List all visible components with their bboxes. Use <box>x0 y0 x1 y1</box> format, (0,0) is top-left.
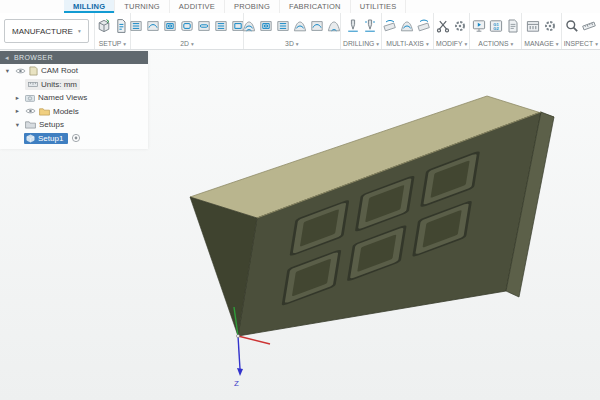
origin-point <box>236 334 239 337</box>
group-label-inspect[interactable]: INSPECT▾ <box>565 38 597 49</box>
chevron-down-icon: ▾ <box>78 28 81 34</box>
chevron-down-icon: ▾ <box>296 41 299 47</box>
named-views-icon <box>25 94 35 102</box>
flow-icon[interactable] <box>416 18 432 34</box>
tree-item-setups[interactable]: ▾ Setups <box>0 118 148 132</box>
toolbar-group-inspect: INSPECT▾ <box>561 13 600 49</box>
drill-icon[interactable] <box>345 18 361 34</box>
edit-toolpath-icon[interactable] <box>452 18 468 34</box>
3d-contour-icon[interactable] <box>292 18 308 34</box>
tree-item-models[interactable]: ▸ Models <box>0 105 148 119</box>
group-label-drilling[interactable]: DRILLING▾ <box>344 38 378 49</box>
browser-panel: ◂ BROWSER ▾ CAM Root Units: mm ▸ Named V… <box>0 51 148 149</box>
expander-icon[interactable]: ▾ <box>3 67 12 75</box>
setup-icon <box>26 134 35 143</box>
z-axis-arrow <box>237 368 243 376</box>
bore-icon[interactable] <box>362 18 378 34</box>
chevron-down-icon: ▾ <box>595 41 598 47</box>
measure-icon[interactable] <box>564 18 580 34</box>
toolbar-group-manage: MANAGE▾ <box>521 13 560 49</box>
group-label-multi-axis[interactable]: MULTI-AXIS▾ <box>385 38 430 49</box>
tab-milling[interactable]: MILLING <box>64 0 115 13</box>
multi-axis-contour-icon[interactable] <box>399 18 415 34</box>
toolbar: MANUFACTURE ▾ SETUP▾ 2D▾ <box>0 13 600 50</box>
toolbar-group-multi-axis: MULTI-AXIS▾ <box>381 13 433 49</box>
top-bar: MILLING TURNING ADDITIVE PROBING FABRICA… <box>0 0 600 50</box>
3d-parallel-icon[interactable] <box>275 18 291 34</box>
chevron-down-icon: ▾ <box>123 41 126 47</box>
3d-adaptive-icon[interactable] <box>241 18 257 34</box>
2d-face-icon[interactable] <box>128 18 144 34</box>
group-label-setup[interactable]: SETUP▾ <box>98 38 128 49</box>
chevron-down-icon: ▾ <box>426 41 429 47</box>
setup1-selected-chip[interactable]: Setup1 <box>24 133 68 145</box>
2d-adaptive-icon[interactable] <box>145 18 161 34</box>
toolbar-group-setup: SETUP▾ <box>94 13 131 49</box>
visibility-eye-icon[interactable] <box>15 67 26 75</box>
tree-item-setup1[interactable]: Setup1 <box>0 132 148 146</box>
tab-additive[interactable]: ADDITIVE <box>170 0 225 13</box>
workspace-switcher-label: MANUFACTURE <box>12 27 73 36</box>
group-label-text: DRILLING <box>343 40 374 47</box>
setups-folder-icon <box>25 120 36 129</box>
2d-slot-icon[interactable] <box>196 18 212 34</box>
expander-icon[interactable]: ▾ <box>13 121 22 129</box>
chevron-down-icon: ▾ <box>511 41 514 47</box>
tab-fabrication[interactable]: FABRICATION <box>280 0 351 13</box>
tree-item-label: Models <box>53 107 79 116</box>
tab-probing[interactable]: PROBING <box>225 0 280 13</box>
2d-contour-icon[interactable] <box>179 18 195 34</box>
post-process-icon[interactable]: G1G2 <box>488 18 504 34</box>
activate-setup-icon[interactable] <box>71 133 81 143</box>
nc-program-icon[interactable] <box>113 18 129 34</box>
group-label-modify[interactable]: MODIFY▾ <box>437 38 467 49</box>
group-label-text: MODIFY <box>436 40 462 47</box>
tab-utilities[interactable]: UTILITIES <box>351 0 407 13</box>
tool-library-icon[interactable] <box>525 18 541 34</box>
group-label-actions[interactable]: ACTIONS▾ <box>473 38 518 49</box>
group-label-3d[interactable]: 3D▾ <box>247 38 337 49</box>
expander-icon[interactable]: ▸ <box>13 94 22 102</box>
toolbar-group-3d: 3D▾ <box>243 13 340 49</box>
toolbar-group-2d: 2D▾ <box>130 13 243 49</box>
task-manager-icon[interactable] <box>542 18 558 34</box>
setup-sheet-icon[interactable] <box>505 18 521 34</box>
workspace-switcher-button[interactable]: MANUFACTURE ▾ <box>4 19 89 43</box>
group-label-2d[interactable]: 2D▾ <box>134 38 240 49</box>
group-label-text: 2D <box>180 40 189 47</box>
section-analysis-icon[interactable] <box>581 18 597 34</box>
browser-title: BROWSER <box>14 54 53 61</box>
tree-item-label: Setup1 <box>38 134 63 143</box>
group-label-text: ACTIONS <box>478 40 508 47</box>
x-axis <box>238 336 270 344</box>
cam-root-icon <box>29 66 38 76</box>
toolbar-group-actions: G1G2 ACTIONS▾ <box>469 13 521 49</box>
group-label-manage[interactable]: MANAGE▾ <box>525 38 557 49</box>
new-setup-icon[interactable] <box>96 18 112 34</box>
tree-item-named-views[interactable]: ▸ Named Views <box>0 91 148 105</box>
2d-pocket-icon[interactable] <box>162 18 178 34</box>
2d-trace-icon[interactable] <box>213 18 229 34</box>
tab-turning[interactable]: TURNING <box>115 0 170 13</box>
swarf-icon[interactable] <box>382 18 398 34</box>
tree-item-label: Named Views <box>38 93 87 102</box>
simulate-icon[interactable] <box>471 18 487 34</box>
collapse-panel-icon[interactable]: ◂ <box>5 54 9 62</box>
group-label-text: MULTI-AXIS <box>386 40 424 47</box>
browser-header: ◂ BROWSER <box>0 51 148 64</box>
expander-icon[interactable]: ▸ <box>13 107 22 115</box>
trim-toolpath-icon[interactable] <box>435 18 451 34</box>
tree-item-label: Setups <box>39 120 64 129</box>
stock-part[interactable] <box>190 96 554 336</box>
z-axis <box>238 336 240 369</box>
group-label-text: 3D <box>285 40 294 47</box>
tree-item-cam-root[interactable]: ▾ CAM Root <box>0 64 148 78</box>
visibility-eye-icon[interactable] <box>25 107 36 115</box>
tree-item-units[interactable]: Units: mm <box>0 78 148 92</box>
toolbar-group-drilling: DRILLING▾ <box>340 13 381 49</box>
svg-text:G2: G2 <box>493 26 499 31</box>
3d-pocket-icon[interactable] <box>258 18 274 34</box>
models-folder-icon <box>39 107 50 116</box>
group-label-text: MANAGE <box>524 40 553 47</box>
3d-ramp-icon[interactable] <box>309 18 325 34</box>
